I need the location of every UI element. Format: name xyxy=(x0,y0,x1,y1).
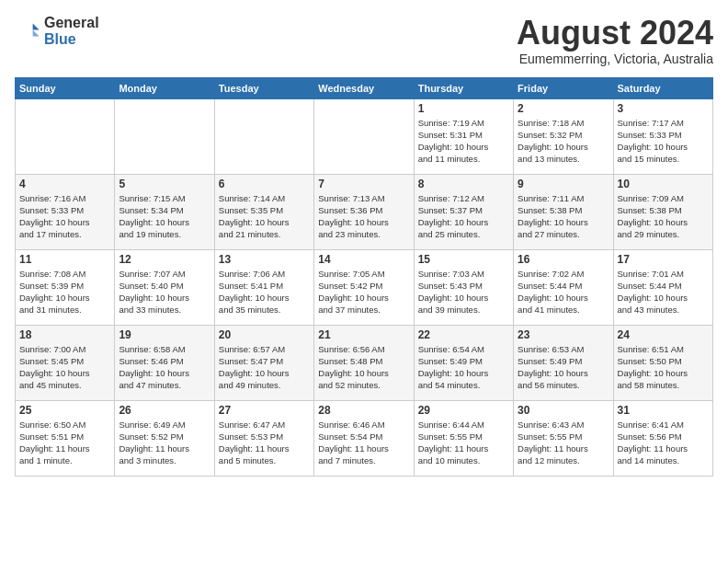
day-info: Sunrise: 7:18 AM Sunset: 5:32 PM Dayligh… xyxy=(518,117,609,166)
header-cell-monday: Monday xyxy=(115,77,214,98)
day-number: 17 xyxy=(618,253,709,266)
day-number: 27 xyxy=(219,404,310,417)
day-info: Sunrise: 6:53 AM Sunset: 5:49 PM Dayligh… xyxy=(518,343,609,392)
day-info: Sunrise: 7:17 AM Sunset: 5:33 PM Dayligh… xyxy=(618,117,709,166)
day-info: Sunrise: 6:50 AM Sunset: 5:51 PM Dayligh… xyxy=(19,419,110,467)
day-number: 30 xyxy=(518,404,609,417)
day-cell: 4Sunrise: 7:16 AM Sunset: 5:33 PM Daylig… xyxy=(16,174,115,249)
day-number: 16 xyxy=(518,253,609,266)
day-cell: 10Sunrise: 7:09 AM Sunset: 5:38 PM Dayli… xyxy=(613,174,712,249)
day-cell: 27Sunrise: 6:47 AM Sunset: 5:53 PM Dayli… xyxy=(214,400,313,476)
day-number: 31 xyxy=(618,404,709,417)
day-cell: 15Sunrise: 7:03 AM Sunset: 5:43 PM Dayli… xyxy=(414,249,513,325)
logo: General Blue xyxy=(15,15,99,47)
day-number: 4 xyxy=(19,178,110,190)
week-row-2: 4Sunrise: 7:16 AM Sunset: 5:33 PM Daylig… xyxy=(16,174,713,249)
calendar-header: SundayMondayTuesdayWednesdayThursdayFrid… xyxy=(16,77,713,98)
day-number: 9 xyxy=(518,178,609,190)
day-info: Sunrise: 6:47 AM Sunset: 5:53 PM Dayligh… xyxy=(219,419,310,467)
day-info: Sunrise: 6:51 AM Sunset: 5:50 PM Dayligh… xyxy=(618,343,709,392)
page-header: General Blue August 2024 Eumemmerring, V… xyxy=(15,15,713,66)
day-number: 11 xyxy=(19,253,110,266)
header-cell-tuesday: Tuesday xyxy=(214,77,313,98)
day-info: Sunrise: 7:15 AM Sunset: 5:34 PM Dayligh… xyxy=(119,192,210,241)
day-info: Sunrise: 6:43 AM Sunset: 5:55 PM Dayligh… xyxy=(518,419,609,467)
month-title: August 2024 xyxy=(517,15,713,52)
day-cell: 20Sunrise: 6:57 AM Sunset: 5:47 PM Dayli… xyxy=(214,325,313,400)
day-cell: 13Sunrise: 7:06 AM Sunset: 5:41 PM Dayli… xyxy=(214,249,313,325)
day-cell: 11Sunrise: 7:08 AM Sunset: 5:39 PM Dayli… xyxy=(16,249,115,325)
day-number: 26 xyxy=(119,404,210,417)
day-info: Sunrise: 6:57 AM Sunset: 5:47 PM Dayligh… xyxy=(219,343,310,392)
day-cell: 7Sunrise: 7:13 AM Sunset: 5:36 PM Daylig… xyxy=(314,174,414,249)
day-number: 3 xyxy=(618,102,709,115)
logo-text: General Blue xyxy=(44,15,99,47)
week-row-4: 18Sunrise: 7:00 AM Sunset: 5:45 PM Dayli… xyxy=(16,325,713,400)
day-info: Sunrise: 6:58 AM Sunset: 5:46 PM Dayligh… xyxy=(119,343,210,392)
day-cell xyxy=(214,98,313,174)
day-cell: 9Sunrise: 7:11 AM Sunset: 5:38 PM Daylig… xyxy=(514,174,613,249)
day-cell: 12Sunrise: 7:07 AM Sunset: 5:40 PM Dayli… xyxy=(115,249,214,325)
day-number: 2 xyxy=(518,102,609,115)
day-number: 5 xyxy=(119,178,210,190)
day-info: Sunrise: 6:49 AM Sunset: 5:52 PM Dayligh… xyxy=(119,419,210,467)
day-cell: 8Sunrise: 7:12 AM Sunset: 5:37 PM Daylig… xyxy=(414,174,513,249)
day-number: 18 xyxy=(19,328,110,341)
day-number: 7 xyxy=(318,178,409,190)
day-info: Sunrise: 7:12 AM Sunset: 5:37 PM Dayligh… xyxy=(418,192,509,241)
day-cell: 14Sunrise: 7:05 AM Sunset: 5:42 PM Dayli… xyxy=(314,249,414,325)
day-info: Sunrise: 6:46 AM Sunset: 5:54 PM Dayligh… xyxy=(318,419,409,467)
day-number: 22 xyxy=(418,328,509,341)
logo-icon xyxy=(15,18,40,44)
day-cell xyxy=(115,98,214,174)
day-number: 15 xyxy=(418,253,509,266)
day-number: 19 xyxy=(119,328,210,341)
day-number: 10 xyxy=(618,178,709,190)
day-info: Sunrise: 6:54 AM Sunset: 5:49 PM Dayligh… xyxy=(418,343,509,392)
day-number: 20 xyxy=(219,328,310,341)
day-number: 13 xyxy=(219,253,310,266)
day-cell: 2Sunrise: 7:18 AM Sunset: 5:32 PM Daylig… xyxy=(514,98,613,174)
day-cell: 16Sunrise: 7:02 AM Sunset: 5:44 PM Dayli… xyxy=(514,249,613,325)
calendar-table: SundayMondayTuesdayWednesdayThursdayFrid… xyxy=(15,77,713,477)
day-info: Sunrise: 7:13 AM Sunset: 5:36 PM Dayligh… xyxy=(318,192,409,241)
header-cell-sunday: Sunday xyxy=(16,77,115,98)
day-info: Sunrise: 7:03 AM Sunset: 5:43 PM Dayligh… xyxy=(418,268,509,316)
header-cell-saturday: Saturday xyxy=(613,77,712,98)
day-number: 1 xyxy=(418,102,509,115)
day-cell: 1Sunrise: 7:19 AM Sunset: 5:31 PM Daylig… xyxy=(414,98,513,174)
day-info: Sunrise: 7:08 AM Sunset: 5:39 PM Dayligh… xyxy=(19,268,110,316)
header-cell-friday: Friday xyxy=(514,77,613,98)
day-info: Sunrise: 7:02 AM Sunset: 5:44 PM Dayligh… xyxy=(518,268,609,316)
day-number: 23 xyxy=(518,328,609,341)
svg-rect-0 xyxy=(15,18,40,44)
header-row: SundayMondayTuesdayWednesdayThursdayFrid… xyxy=(16,77,713,98)
day-info: Sunrise: 7:01 AM Sunset: 5:44 PM Dayligh… xyxy=(618,268,709,316)
day-cell: 22Sunrise: 6:54 AM Sunset: 5:49 PM Dayli… xyxy=(414,325,513,400)
logo-general: General xyxy=(44,15,99,31)
day-number: 21 xyxy=(318,328,409,341)
day-cell: 21Sunrise: 6:56 AM Sunset: 5:48 PM Dayli… xyxy=(314,325,414,400)
header-cell-wednesday: Wednesday xyxy=(314,77,414,98)
week-row-1: 1Sunrise: 7:19 AM Sunset: 5:31 PM Daylig… xyxy=(16,98,713,174)
day-cell: 18Sunrise: 7:00 AM Sunset: 5:45 PM Dayli… xyxy=(16,325,115,400)
day-info: Sunrise: 7:07 AM Sunset: 5:40 PM Dayligh… xyxy=(119,268,210,316)
day-cell: 6Sunrise: 7:14 AM Sunset: 5:35 PM Daylig… xyxy=(214,174,313,249)
day-cell: 31Sunrise: 6:41 AM Sunset: 5:56 PM Dayli… xyxy=(613,400,712,476)
day-cell: 24Sunrise: 6:51 AM Sunset: 5:50 PM Dayli… xyxy=(613,325,712,400)
day-cell xyxy=(314,98,414,174)
day-info: Sunrise: 7:06 AM Sunset: 5:41 PM Dayligh… xyxy=(219,268,310,316)
day-info: Sunrise: 7:14 AM Sunset: 5:35 PM Dayligh… xyxy=(219,192,310,241)
day-number: 14 xyxy=(318,253,409,266)
day-number: 8 xyxy=(418,178,509,190)
day-cell: 25Sunrise: 6:50 AM Sunset: 5:51 PM Dayli… xyxy=(16,400,115,476)
day-number: 28 xyxy=(318,404,409,417)
day-info: Sunrise: 7:16 AM Sunset: 5:33 PM Dayligh… xyxy=(19,192,110,241)
week-row-3: 11Sunrise: 7:08 AM Sunset: 5:39 PM Dayli… xyxy=(16,249,713,325)
day-info: Sunrise: 7:09 AM Sunset: 5:38 PM Dayligh… xyxy=(618,192,709,241)
day-number: 24 xyxy=(618,328,709,341)
day-info: Sunrise: 6:44 AM Sunset: 5:55 PM Dayligh… xyxy=(418,419,509,467)
day-info: Sunrise: 7:05 AM Sunset: 5:42 PM Dayligh… xyxy=(318,268,409,316)
title-block: August 2024 Eumemmerring, Victoria, Aust… xyxy=(517,15,713,66)
day-number: 12 xyxy=(119,253,210,266)
